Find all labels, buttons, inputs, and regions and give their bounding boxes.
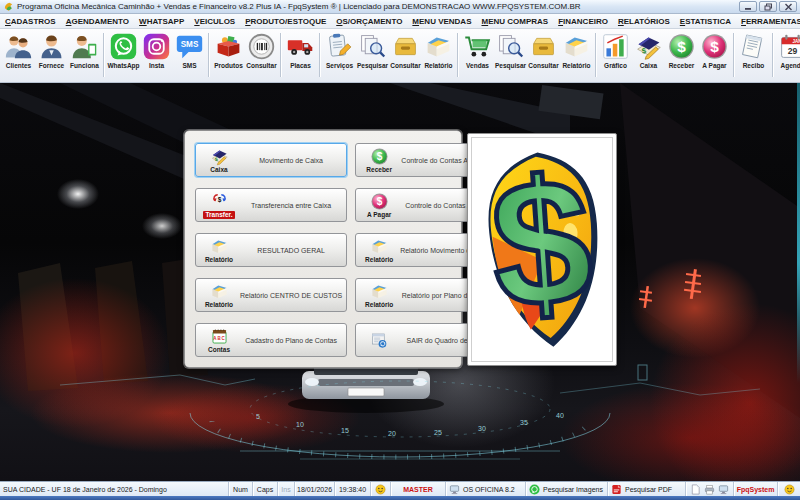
toolbar-separator	[733, 33, 735, 77]
menu-agendamento[interactable]: AGENDAMENTO	[61, 17, 134, 26]
svg-text:15: 15	[341, 427, 349, 434]
toolbar-fornecedores[interactable]: Fornece	[35, 31, 68, 69]
icon-caption: Relatório	[365, 301, 393, 309]
services-clipboard-icon	[325, 32, 354, 61]
report-icon: Relatório	[198, 281, 240, 309]
status-caps-lock: Caps	[253, 482, 278, 496]
status-bar: SUA CIDADE - UF 18 de Janeiro de 2026 - …	[0, 481, 800, 496]
toolbar-label: Caixa	[640, 62, 657, 69]
toolbar-separator	[772, 33, 774, 77]
calendar-icon	[778, 32, 800, 61]
search-pages-icon	[496, 32, 525, 61]
menu-ferramentas[interactable]: FERRAMENTAS	[736, 17, 800, 26]
toolbar-pesquisar-vendas[interactable]: Pesquisar	[494, 31, 527, 69]
toolbar-label: Insta	[149, 62, 164, 69]
toolbar-caixa[interactable]: Caixa	[632, 31, 665, 69]
toolbar-sms[interactable]: SMS	[173, 31, 206, 69]
cadastro-plano-de-contas-button[interactable]: Contas Cadastro do Plano de Contas	[195, 323, 347, 357]
transfer-icon: Transfer.	[198, 191, 240, 219]
toolbar-pesquisar-os[interactable]: Pesquisar	[356, 31, 389, 69]
menu-veiculos[interactable]: VEICULOS	[189, 17, 240, 26]
window-bottom-edge	[0, 496, 800, 500]
app-window: Programa Oficina Mecânica Caminhão + Ven…	[0, 0, 800, 500]
toolbar-relatorio-os[interactable]: Relatório	[422, 31, 455, 69]
toolbar-separator	[103, 33, 105, 77]
menu-relatorios[interactable]: RELATÓRIOS	[613, 17, 675, 26]
toolbar-vendas[interactable]: Vendas	[461, 31, 494, 69]
toolbar-label: Relatório	[424, 62, 452, 69]
toolbar-label: Serviços	[326, 62, 353, 69]
svg-text:35: 35	[520, 419, 528, 426]
toolbar-instagram[interactable]: Insta	[140, 31, 173, 69]
transferencia-entre-caixa-button[interactable]: Transfer. Transferencia entre Caixa	[195, 188, 347, 222]
toolbar-whatsapp[interactable]: WhatsApp	[107, 31, 140, 69]
search-images-label: Pesquisar Imagens	[543, 486, 603, 493]
relatorio-centro-de-custos-button[interactable]: Relatório Relatório CENTRO DE CUSTOS	[195, 278, 347, 312]
toolbar-receber[interactable]: Receber	[665, 31, 698, 69]
caps-lock-label: Caps	[257, 486, 273, 493]
status-time: 19:38:40	[335, 482, 371, 496]
menu-financeiro[interactable]: FINANCEIRO	[553, 17, 613, 26]
hud-scale	[60, 365, 760, 459]
toolbar-agenda[interactable]: Agenda	[776, 31, 800, 69]
menu-whatsapp[interactable]: WHATSAPP	[134, 17, 189, 26]
status-location-text: SUA CIDADE - UF 18 de Janeiro de 2026 - …	[3, 486, 167, 493]
search-images-button[interactable]: Pesquisar Imagens	[526, 482, 608, 496]
search-pdf-button[interactable]: Pesquisar PDF	[608, 482, 686, 496]
status-insert: Ins	[278, 482, 295, 496]
toolbar-a-pagar[interactable]: A Pagar	[698, 31, 731, 69]
toolbar-clientes[interactable]: Clientes	[2, 31, 35, 69]
icon-caption: Relatório	[205, 256, 233, 264]
close-icon	[784, 3, 793, 11]
toolbar-consultar-os[interactable]: Consultar	[389, 31, 422, 69]
toolbar-recibo[interactable]: Recibo	[737, 31, 770, 69]
toolbar-servicos[interactable]: Serviços	[323, 31, 356, 69]
icon-caption: Relatório	[205, 301, 233, 309]
movimento-de-caixa-button[interactable]: Caixa Movimento de Caixa	[195, 143, 347, 177]
minimize-button[interactable]	[739, 1, 757, 12]
toolbar-grafico[interactable]: Gráfico	[599, 31, 632, 69]
restore-button[interactable]	[759, 1, 777, 12]
products-box-icon	[214, 32, 243, 61]
drawer-icon	[391, 32, 420, 61]
toolbar-consultar-vendas[interactable]: Consultar	[527, 31, 560, 69]
bar-chart-icon	[601, 32, 630, 61]
menu-estatistica[interactable]: ESTATISTICA	[675, 17, 736, 26]
supplier-icon	[37, 32, 66, 61]
svg-text:$: $	[485, 140, 598, 345]
search-pages-icon	[358, 32, 387, 61]
page-icon[interactable]	[690, 484, 701, 495]
red-glow	[630, 258, 760, 358]
toolbar-label: Clientes	[6, 62, 31, 69]
toolbar-funcionarios[interactable]: Funciona	[68, 31, 101, 69]
toolbar-label: WhatsApp	[107, 62, 139, 69]
monitor-icon[interactable]	[718, 484, 729, 495]
menu-vendas[interactable]: MENU VENDAS	[407, 17, 476, 26]
status-tools	[686, 482, 734, 496]
printer-icon[interactable]	[704, 484, 715, 495]
resultado-geral-button[interactable]: Relatório RESULTADO GERAL	[195, 233, 347, 267]
menu-compras[interactable]: MENU COMPRAS	[476, 17, 553, 26]
toolbar-produtos[interactable]: Produtos	[212, 31, 245, 69]
toolbar-label: Consultar	[246, 62, 276, 69]
icon-caption: Transfer.	[203, 211, 234, 219]
icon-caption: Receber	[366, 166, 392, 174]
menu-produto-estoque[interactable]: PRODUTO/ESTOQUE	[240, 17, 331, 26]
button-label: Cadastro do Plano de Contas	[240, 337, 344, 344]
pdf-icon	[611, 484, 622, 495]
toolbar-label: Vendas	[466, 62, 489, 69]
car-front	[288, 366, 444, 413]
toolbar-label: SMS	[182, 62, 196, 69]
exit-window-icon	[358, 330, 400, 350]
toolbar-separator	[595, 33, 597, 77]
toolbar-relatorio-vendas[interactable]: Relatório	[560, 31, 593, 69]
sms-icon	[175, 32, 204, 61]
menu-os-orcamento[interactable]: OS/ORÇAMENTO	[331, 17, 407, 26]
insert-label: Ins	[281, 486, 290, 493]
whatsapp-icon	[109, 32, 138, 61]
menu-cadastros[interactable]: CADASTROS	[0, 17, 61, 26]
close-button[interactable]	[779, 1, 797, 12]
toolbar-placas[interactable]: Placas	[284, 31, 317, 69]
button-label: RESULTADO GERAL	[240, 247, 344, 254]
toolbar-consultar-produtos[interactable]: Consultar	[245, 31, 278, 69]
